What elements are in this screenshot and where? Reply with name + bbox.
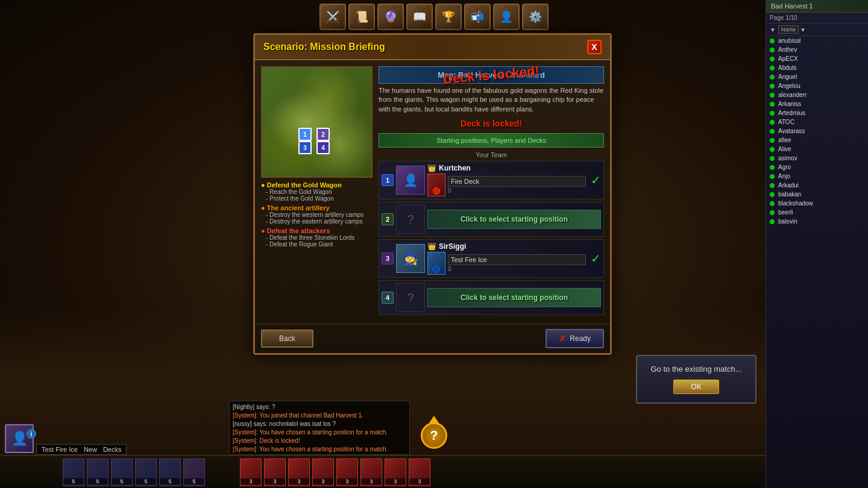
info-icon[interactable]: i bbox=[27, 429, 36, 439]
bottom-card-fire-6[interactable]: 3 bbox=[360, 458, 382, 486]
sidebar-player-name: afiee bbox=[778, 137, 791, 143]
player-dot bbox=[770, 183, 775, 188]
card-num-6: 5 bbox=[184, 478, 204, 484]
nav-icon-8[interactable]: ⚙️ bbox=[522, 4, 549, 30]
player-dot bbox=[770, 120, 775, 125]
bottom-card-5[interactable]: 5 bbox=[159, 458, 181, 486]
sidebar-player-babakan[interactable]: babakan bbox=[766, 190, 868, 199]
x-mark-icon: ✗ bbox=[559, 334, 566, 343]
sidebar-player-blackshadow[interactable]: blackshadow bbox=[766, 199, 868, 208]
map-position-4[interactable]: 4 bbox=[316, 141, 330, 154]
help-button[interactable]: ? bbox=[421, 422, 447, 449]
nav-icon-5[interactable]: 🏆 bbox=[435, 4, 462, 30]
hero-icon: 👤 bbox=[5, 424, 34, 453]
close-button[interactable]: X bbox=[587, 40, 602, 54]
sidebar-player-name: babakan bbox=[778, 191, 801, 198]
sidebar-player-anthev[interactable]: Anthev bbox=[766, 45, 868, 54]
map-position-2[interactable]: 2 bbox=[316, 128, 330, 141]
player-dot bbox=[770, 48, 775, 52]
bottom-card-1[interactable]: 5 bbox=[63, 458, 84, 486]
bottom-card-fire-1[interactable]: 3 bbox=[240, 458, 262, 486]
deck-name-area-3: Test Fire Ice 0 bbox=[448, 254, 586, 272]
card-fire-num-2: 3 bbox=[265, 478, 285, 484]
sidebar-player-afiee[interactable]: afiee bbox=[766, 136, 868, 145]
sidebar-player-arkadui[interactable]: Arkadui bbox=[766, 181, 868, 190]
modal-header: Scenario: Mission Briefing X bbox=[255, 35, 610, 60]
sidebar-player-apecx[interactable]: ApECX bbox=[766, 54, 868, 63]
player-row-2[interactable]: 2 ? Click to select starting position bbox=[379, 202, 604, 237]
sidebar-player-anubisal[interactable]: anubisal bbox=[766, 36, 868, 45]
nav-icon-4[interactable]: 📖 bbox=[406, 4, 433, 30]
sidebar-player-alexanderr[interactable]: alexanderr bbox=[766, 90, 868, 99]
deck-score-1: 0 bbox=[448, 187, 586, 194]
bottom-card-3[interactable]: 5 bbox=[111, 458, 133, 486]
bottom-card-fire-2[interactable]: 3 bbox=[264, 458, 286, 486]
sidebar-player-name: ApECX bbox=[778, 55, 798, 62]
objective-3-sub-1: - Defeat the three Stonekin Lords bbox=[261, 234, 373, 241]
new-button[interactable]: New bbox=[84, 446, 97, 453]
player-num-2: 2 bbox=[382, 213, 394, 225]
back-button[interactable]: Back bbox=[261, 330, 313, 348]
bottom-card-fire-3[interactable]: 3 bbox=[288, 458, 310, 486]
player-dot bbox=[770, 165, 775, 170]
bottom-card-fire-5[interactable]: 3 bbox=[336, 458, 358, 486]
ok-button[interactable]: OK bbox=[673, 380, 719, 394]
nav-icon-7[interactable]: 👤 bbox=[493, 4, 520, 30]
sidebar-player-avatarass[interactable]: Avatarass bbox=[766, 127, 868, 136]
player-dot bbox=[770, 66, 775, 70]
sidebar-player-alive[interactable]: Alive bbox=[766, 145, 868, 154]
sidebar-player-asimov[interactable]: asimov bbox=[766, 154, 868, 163]
bottom-card-fire-7[interactable]: 3 bbox=[385, 458, 406, 486]
bottom-card-2[interactable]: 5 bbox=[87, 458, 108, 486]
nav-icon-1[interactable]: ⚔️ bbox=[319, 4, 346, 30]
nav-icon-6[interactable]: 📬 bbox=[464, 4, 491, 30]
map-section: 1 2 3 4 ● Defend the Gold Wagon - Reach … bbox=[261, 66, 373, 318]
sidebar-player-name: ATOC bbox=[778, 119, 794, 125]
player-dot bbox=[770, 219, 775, 224]
bottom-card-6[interactable]: 5 bbox=[183, 458, 205, 486]
sidebar-player-agro[interactable]: Agro bbox=[766, 163, 868, 172]
bottom-card-fire-4[interactable]: 3 bbox=[312, 458, 334, 486]
sidebar-player-artedmius[interactable]: Artedmius bbox=[766, 108, 868, 117]
deck-name-1: Fire Deck bbox=[448, 176, 586, 187]
player-dot bbox=[770, 156, 775, 161]
player-dot bbox=[770, 138, 775, 143]
sidebar-player-beerli[interactable]: beerli bbox=[766, 208, 868, 217]
player-name-row-1: 👑 Kurtchen bbox=[427, 164, 586, 172]
bottom-card-fire-8[interactable]: 3 bbox=[409, 458, 430, 486]
sidebar-player-name: Anjo bbox=[778, 173, 790, 180]
crown-icon-3: 👑 bbox=[427, 242, 436, 251]
player-name-1: Kurtchen bbox=[439, 164, 471, 172]
chat-area[interactable]: [Nightly] says: ?[System]: You joined th… bbox=[229, 401, 410, 455]
objective-1-sub-2: - Protect the Gold Wagon bbox=[261, 195, 373, 202]
player-dot bbox=[770, 57, 775, 61]
nav-icon-3[interactable]: 🔮 bbox=[377, 4, 404, 30]
click-select-area-4[interactable]: Click to select starting position bbox=[427, 288, 601, 307]
player-dot bbox=[770, 210, 775, 215]
nav-icon-2[interactable]: 📜 bbox=[348, 4, 375, 30]
decks-button[interactable]: Decks bbox=[103, 446, 122, 453]
sidebar-player-angelou[interactable]: Angelou bbox=[766, 81, 868, 90]
modal-footer: Back ✗ Ready bbox=[255, 324, 610, 353]
sidebar-player-anjo[interactable]: Anjo bbox=[766, 172, 868, 181]
sidebar-player-arkaniss[interactable]: Arkaniss bbox=[766, 99, 868, 108]
map-position-1[interactable]: 1 bbox=[298, 128, 312, 141]
card-num-5: 5 bbox=[160, 478, 180, 484]
ready-button[interactable]: ✗ Ready bbox=[546, 329, 604, 348]
map-position-3[interactable]: 3 bbox=[298, 141, 312, 154]
chat-line: [System]: You have chosen a starting pos… bbox=[233, 428, 406, 437]
player-dot bbox=[770, 192, 775, 197]
mission-briefing-modal: Scenario: Mission Briefing X 1 2 3 4 ● D… bbox=[253, 33, 612, 355]
click-select-area-2[interactable]: Click to select starting position bbox=[427, 210, 601, 229]
sidebar-player-balovin[interactable]: balovin bbox=[766, 217, 868, 226]
chat-line: [Nightly] says: ? bbox=[233, 403, 406, 411]
sidebar-player-atoc[interactable]: ATOC bbox=[766, 117, 868, 127]
player-row-4[interactable]: 4 ? Click to select starting position bbox=[379, 280, 604, 315]
map-description: The humans have found one of the fabulou… bbox=[379, 86, 604, 114]
player-avatar-3: 🧙 bbox=[396, 244, 425, 273]
sidebar-player-abduls[interactable]: Abduls bbox=[766, 63, 868, 72]
sort-name-button[interactable]: Name bbox=[778, 25, 799, 34]
sidebar-player-anguel[interactable]: Anguel bbox=[766, 72, 868, 81]
bottom-card-4[interactable]: 5 bbox=[135, 458, 157, 486]
go-to-match-popup: Go to the existing match... OK bbox=[636, 355, 756, 404]
